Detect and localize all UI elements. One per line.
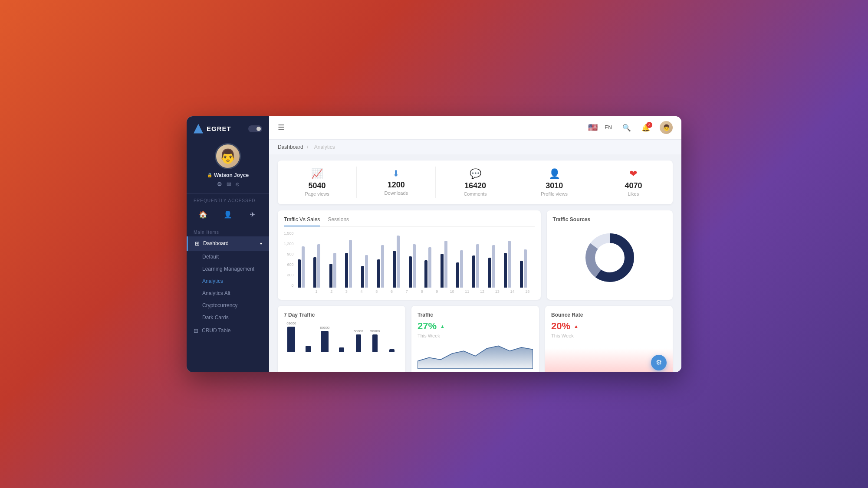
tab-sessions[interactable]: Sessions (328, 216, 349, 226)
settings-icon[interactable]: ⚙ (217, 181, 222, 187)
bounce-trend-icon: ▲ (574, 324, 579, 329)
bottom-row: 7 Day Traffic 69000 x 60000 (278, 306, 673, 372)
bar-group-7 (392, 236, 408, 288)
menu-icon[interactable]: ☰ (278, 123, 285, 132)
bar-group-13 (488, 245, 503, 288)
logo-icon (194, 124, 203, 134)
likes-value: 4070 (625, 181, 642, 190)
bar-item-2: x (301, 341, 316, 352)
seven-day-card: 7 Day Traffic 69000 x 60000 (278, 306, 405, 372)
page-views-icon: 📈 (311, 168, 323, 180)
flight-quick-icon[interactable]: ✈ (245, 207, 260, 222)
exit-icon[interactable]: ⎋ (236, 181, 239, 187)
dashboard-nav-label: Dashboard (203, 240, 229, 246)
bar-group-5 (361, 255, 376, 288)
sidebar-item-crud[interactable]: ⊟ CRUD Table (187, 324, 269, 338)
notification-bell[interactable]: 🔔 3 (641, 124, 650, 132)
comments-value: 16420 (464, 181, 486, 190)
downloads-label: Downloads (385, 190, 408, 196)
comments-icon: 💬 (470, 168, 481, 180)
bar-group-10 (440, 241, 455, 288)
traffic-mini-card: Traffic 27% ▲ This Week (411, 306, 539, 372)
bar-group-11 (456, 250, 471, 288)
sidebar-toggle[interactable] (248, 125, 262, 132)
sidebar-item-dark-cards[interactable]: Dark Cards (187, 311, 269, 324)
traffic-mini-title: Traffic (418, 312, 533, 318)
gear-icon: ⚙ (656, 358, 662, 367)
sidebar-item-learning[interactable]: Learning Management (187, 263, 269, 275)
bar-item-5: 50000 (351, 329, 366, 352)
bar-group-9 (424, 247, 439, 288)
bounce-value-row: 20% ▲ (551, 321, 667, 332)
bar-item-3: 60000 (317, 326, 332, 352)
crud-nav-label: CRUD Table (202, 328, 230, 334)
bounce-week-label: This Week (551, 333, 667, 338)
content-area: 📈 5040 Page views ⬇ 1200 Downloads 💬 164… (269, 154, 681, 372)
quick-access: 🏠 👤 ✈ (187, 205, 269, 226)
profile-views-label: Profile views (541, 191, 568, 197)
seven-day-bars: 69000 x 60000 x (284, 321, 399, 352)
traffic-week-label: This Week (418, 333, 533, 338)
stats-row: 📈 5040 Page views ⬇ 1200 Downloads 💬 164… (278, 160, 673, 204)
flag-icon: 🇺🇸 (588, 123, 598, 132)
fab-settings[interactable]: ⚙ (651, 355, 667, 370)
traffic-chart-card: Traffic Vs Sales Sessions 1,500 1,200 90… (278, 210, 541, 300)
y-axis: 1,500 1,200 900 600 300 0 (284, 231, 296, 288)
notification-badge: 3 (646, 122, 652, 128)
crud-nav-icon: ⊟ (194, 328, 198, 334)
profile-views-icon: 👤 (549, 168, 560, 180)
bounce-card: Bounce Rate 20% ▲ This Week ⚙ (545, 306, 673, 372)
sidebar: EGRET 👨 🔒 Watson Joyce ⚙ ✉ ⎋ Frequently … (187, 116, 269, 372)
x-axis: 1 2 3 4 5 6 7 8 9 10 11 (297, 289, 535, 294)
bar-group-6 (377, 245, 392, 288)
sidebar-item-dashboard[interactable]: ⊞ Dashboard ▾ (187, 236, 269, 251)
bar-group-3 (329, 253, 344, 288)
sidebar-item-analytics[interactable]: Analytics (187, 275, 269, 287)
traffic-value-row: 27% ▲ (418, 321, 533, 332)
donut-chart (582, 229, 638, 288)
stat-downloads: ⬇ 1200 Downloads (357, 167, 436, 198)
traffic-area-chart (418, 338, 533, 369)
profile-views-value: 3010 (546, 181, 563, 190)
bar-group-14 (503, 241, 519, 288)
lang-label[interactable]: EN (605, 124, 612, 131)
sidebar-item-analytics-alt[interactable]: Analytics Alt (187, 287, 269, 299)
topbar-avatar[interactable]: 👨 (660, 121, 673, 134)
main-items-label: Main Items (187, 226, 269, 236)
seven-day-title: 7 Day Traffic (284, 312, 399, 318)
mail-icon[interactable]: ✉ (227, 181, 231, 187)
stat-page-views: 📈 5040 Page views (278, 167, 357, 198)
stat-likes: ❤ 4070 Likes (594, 167, 673, 198)
downloads-value: 1200 (388, 180, 405, 190)
bar-item-4: x (334, 342, 349, 352)
dashboard-arrow-icon: ▾ (260, 241, 262, 246)
charts-row: Traffic Vs Sales Sessions 1,500 1,200 90… (278, 210, 673, 300)
bar-item-7: x (384, 344, 399, 352)
brand-name: EGRET (207, 125, 231, 132)
tab-traffic-vs-sales[interactable]: Traffic Vs Sales (284, 216, 320, 226)
search-icon[interactable]: 🔍 (622, 124, 631, 132)
stat-profile-views: 👤 3010 Profile views (515, 167, 594, 198)
bar-item-6: 50000 (368, 329, 383, 352)
page-views-value: 5040 (309, 181, 326, 190)
bar-chart-wrapper: 1,500 1,200 900 600 300 0 (284, 231, 535, 294)
page-views-label: Page views (305, 191, 329, 197)
person-quick-icon[interactable]: 👤 (220, 207, 235, 222)
dashboard-nav-icon: ⊞ (195, 240, 200, 247)
sidebar-item-crypto[interactable]: Cryptocurrency (187, 299, 269, 311)
home-quick-icon[interactable]: 🏠 (196, 207, 210, 222)
traffic-value: 27% (418, 321, 437, 332)
traffic-trend-icon: ▲ (440, 324, 445, 329)
sidebar-header: EGRET (187, 116, 269, 139)
bar-group-12 (472, 244, 487, 288)
bar-group-8 (408, 244, 424, 288)
bar-group-1 (297, 246, 312, 288)
downloads-icon: ⬇ (392, 168, 400, 179)
avatar: 👨 (215, 143, 241, 169)
sidebar-nav: ⊞ Dashboard ▾ Default Learning Managemen… (187, 236, 269, 372)
breadcrumb-current: Analytics (314, 144, 335, 150)
breadcrumb-parent[interactable]: Dashboard (278, 144, 303, 150)
bar-item-1: 69000 (284, 321, 299, 352)
topbar: ☰ 🇺🇸 EN 🔍 🔔 3 👨 (269, 116, 681, 140)
sidebar-item-default[interactable]: Default (187, 251, 269, 263)
